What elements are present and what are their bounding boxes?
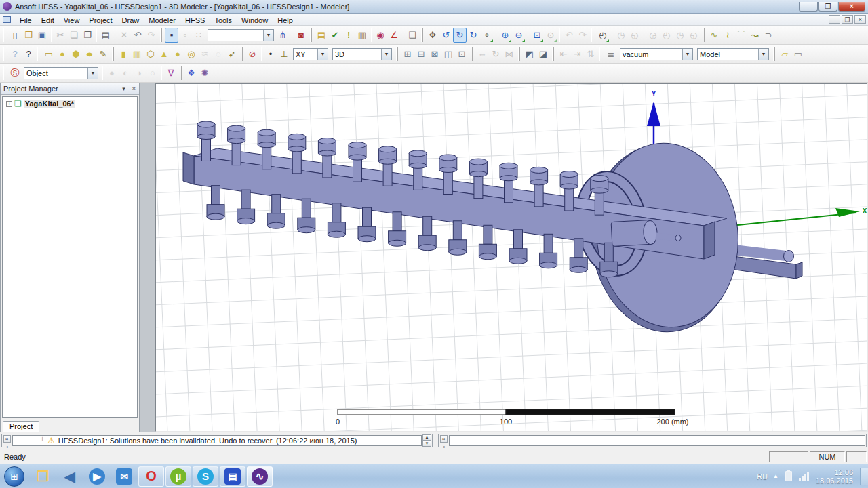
taskbar-skype-button[interactable]: S [193, 466, 218, 487]
taskbar-backup-tool-button[interactable]: ▤ [220, 466, 245, 487]
taskbar-volume-button[interactable]: ◀ [57, 466, 83, 487]
battery-icon[interactable] [785, 471, 792, 481]
unite-icon[interactable]: ⊞ [401, 47, 414, 62]
select-face-icon[interactable]: ▫ [178, 28, 192, 43]
model-tree-icon[interactable]: ⋔ [276, 28, 290, 43]
draw-sweep-icon[interactable]: ➶ [225, 47, 239, 62]
flip-normal-icon[interactable]: ⇅ [584, 47, 597, 62]
duplicate-line-icon[interactable]: ⇔ [475, 47, 489, 62]
new-file-icon[interactable]: ▯ [8, 28, 22, 43]
draw-spiral-icon[interactable]: ◌ [212, 47, 225, 62]
taskbar-media-player-button[interactable]: ▶ [84, 466, 110, 487]
view-redo-icon[interactable]: ↷ [576, 28, 589, 43]
hidden-icons-icon[interactable]: ▲ [773, 473, 778, 479]
message-scroll-spinner[interactable]: ▲ ▼ [422, 434, 431, 447]
toolbar-grip[interactable] [773, 47, 775, 61]
delete-icon[interactable]: ✕ [117, 28, 131, 43]
tab-project[interactable]: Project [3, 421, 39, 432]
paste-icon[interactable]: ❐ [81, 28, 94, 43]
fields-icon[interactable]: ◉ [374, 28, 387, 43]
taskbar-ansoft-hfss-button[interactable]: ∿ [247, 466, 273, 487]
menu-edit[interactable]: Edit [37, 15, 59, 26]
panel-close-icon[interactable]: × [129, 85, 139, 92]
menu-modeler[interactable]: Modeler [144, 15, 180, 26]
draw-sphere-icon[interactable]: ● [171, 47, 184, 62]
open-file-icon[interactable]: ❒ [22, 28, 35, 43]
select-body-icon[interactable]: ○ [146, 66, 159, 81]
far-field-icon[interactable]: ∠ [387, 28, 401, 43]
mirror-icon[interactable]: ⋈ [502, 47, 516, 62]
zoom-fit-icon[interactable]: ⊙ [544, 28, 557, 43]
draw-torus-icon[interactable]: ◎ [184, 47, 198, 62]
subtract-icon[interactable]: ⊟ [414, 47, 428, 62]
toolbar-grip[interactable] [421, 28, 423, 42]
menu-window[interactable]: Window [237, 15, 273, 26]
move-origin-icon[interactable]: ⇤ [557, 47, 570, 62]
intersect-icon[interactable]: ⊠ [428, 47, 441, 62]
orient-bottom-icon[interactable]: ◵ [628, 28, 642, 43]
orient-back-icon[interactable]: ◴ [660, 28, 673, 43]
orient-iso-icon[interactable]: ◴ [596, 28, 610, 43]
rotate-model-icon[interactable]: ↻ [453, 28, 467, 43]
whats-this-icon[interactable]: ? [22, 47, 35, 62]
toolbar-grip[interactable] [703, 28, 705, 42]
print-icon[interactable]: ▤ [99, 28, 113, 43]
tree-item-project[interactable]: + ❏ YagaKitai_06* [3, 97, 137, 110]
selection-combo[interactable]: ▼ [208, 29, 274, 41]
toolbar-grip[interactable] [3, 28, 5, 42]
split-icon[interactable]: ◫ [441, 47, 455, 62]
clip-plane-icon[interactable]: ◪ [536, 47, 550, 62]
toolbar-grip[interactable] [591, 28, 593, 42]
view-undo-icon[interactable]: ↶ [562, 28, 576, 43]
curve-wavy-icon[interactable]: ≀ [721, 28, 734, 43]
draw-point-icon[interactable]: • [264, 47, 277, 62]
toolbar-grip[interactable] [160, 28, 162, 42]
mdi-close-button[interactable]: × [854, 15, 866, 24]
material-combo[interactable]: vacuum▼ [620, 48, 693, 60]
filter-icon[interactable]: ∇ [164, 66, 178, 81]
layers-icon[interactable]: ≣ [604, 47, 618, 62]
message-window-dock-icon[interactable]: ◂ [5, 444, 7, 449]
draw-polyline-icon[interactable]: ✎ [96, 47, 110, 62]
menu-hfss[interactable]: HFSS [180, 15, 210, 26]
radiation-display-icon[interactable]: ✺ [198, 66, 212, 81]
orient-front-icon[interactable]: ◶ [646, 28, 660, 43]
new-object-icon[interactable]: ▱ [778, 47, 791, 62]
orient-left-icon[interactable]: ◷ [673, 28, 687, 43]
curve-hook-icon[interactable]: ⊃ [762, 28, 775, 43]
redo-icon[interactable]: ↷ [144, 28, 158, 43]
chevron-down-icon[interactable]: ▼ [317, 49, 328, 60]
copy-icon[interactable]: ❏ [67, 28, 81, 43]
analyze-icon[interactable]: ! [342, 28, 355, 43]
orient-right-icon[interactable]: ◵ [687, 28, 701, 43]
mdi-restore-button[interactable]: ❐ [842, 15, 853, 24]
title-bar[interactable]: Ansoft HFSS - YagaKitai_06 - HFSSDesign1… [0, 0, 868, 14]
validate-icon[interactable]: ✔ [328, 28, 342, 43]
panel-collapse-icon[interactable]: ▾ [119, 85, 129, 92]
progress-window-dock-icon[interactable]: ◂ [442, 444, 444, 449]
select-edge-icon[interactable]: ◐ [119, 66, 132, 81]
toolbar-grip[interactable] [396, 47, 398, 61]
language-indicator[interactable]: RU [757, 472, 768, 481]
undo-icon[interactable]: ↶ [131, 28, 144, 43]
modeler-canvas[interactable]: 0100200 (mm)YX [156, 84, 867, 431]
menu-draw[interactable]: Draw [117, 15, 144, 26]
start-button[interactable]: ⊞ [4, 466, 24, 487]
results-icon[interactable]: ▥ [355, 28, 369, 43]
draw-rectangle-icon[interactable]: ▭ [42, 47, 56, 62]
menu-tools[interactable]: Tools [210, 15, 237, 26]
chevron-down-icon[interactable]: ▼ [758, 49, 768, 60]
coordinates-icon[interactable]: ◙ [294, 28, 308, 43]
plane-combo[interactable]: XY▼ [293, 48, 328, 60]
draw-helix-icon[interactable]: ≋ [198, 47, 212, 62]
close-button[interactable]: × [838, 2, 865, 12]
pan-icon[interactable]: ✥ [426, 28, 439, 43]
menu-project[interactable]: Project [84, 15, 117, 26]
object-combo[interactable]: Object▼ [24, 67, 98, 79]
clock[interactable]: 12:06 18.06.2015 [816, 468, 853, 485]
duplicate-axis-icon[interactable]: ↻ [489, 47, 502, 62]
chevron-down-icon[interactable]: ▼ [263, 30, 273, 41]
taskbar-explorer-button[interactable]: ❒ [30, 466, 56, 487]
drawing-mode-combo[interactable]: 3D▼ [332, 48, 392, 60]
draw-ellipse-icon[interactable]: ● [83, 47, 96, 62]
